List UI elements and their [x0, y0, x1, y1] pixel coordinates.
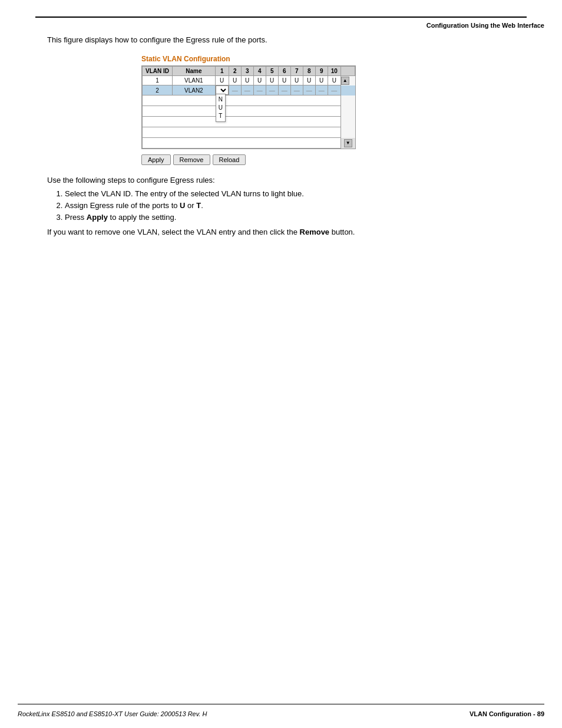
empty-row [143, 106, 355, 117]
col-header-port2: 2 [229, 67, 241, 76]
col-header-port1: 1 [215, 67, 229, 76]
col-header-port8: 8 [303, 67, 315, 76]
reload-button[interactable]: Reload [213, 154, 246, 165]
vlan2-port8: — [303, 85, 315, 95]
figure-title: Static VLAN Configuration [141, 55, 544, 63]
vlan1-port6: U [278, 76, 290, 85]
footer: RocketLinx ES8510 and ES8510-XT User Gui… [18, 710, 544, 717]
vlan2-port6: — [278, 85, 290, 95]
vlan1-port8: U [303, 76, 315, 85]
step2-text: Assign Egress rule of the ports to [65, 201, 180, 210]
vlan2-port9: — [315, 85, 328, 95]
col-header-vlanid: VLAN ID [143, 67, 173, 76]
steps-section: Use the following steps to configure Egr… [47, 176, 544, 236]
col-header-port9: 9 [315, 67, 328, 76]
vlan-table: VLAN ID Name 1 2 3 4 5 6 7 8 9 10 [142, 66, 355, 149]
top-rule [35, 17, 527, 18]
vlan2-scroll-cell [340, 85, 355, 95]
vlan1-name: VLAN1 [173, 76, 216, 85]
scroll-header [340, 67, 355, 76]
scroll-down-button[interactable]: ▼ [344, 139, 352, 147]
vlan1-id: 1 [143, 76, 173, 85]
vlan1-port2: U [229, 76, 241, 85]
dropdown-option-u[interactable]: U [219, 104, 223, 112]
vlan1-port9: U [315, 76, 328, 85]
dropdown-option-n[interactable]: N [219, 95, 223, 104]
step3: Press Apply to apply the setting. [65, 213, 544, 222]
step3-press: Press [65, 213, 87, 222]
step3-end: to apply the setting. [108, 213, 176, 222]
vlan1-port7: U [290, 76, 303, 85]
vlan2-name: VLAN2 [173, 85, 216, 95]
step3-apply: Apply [87, 213, 108, 222]
footer-left: RocketLinx ES8510 and ES8510-XT User Gui… [18, 710, 207, 717]
vlan1-port10: U [328, 76, 340, 85]
scroll-up-button[interactable]: ▲ [341, 77, 349, 85]
note-prefix: If you want to remove one VLAN, select t… [47, 228, 300, 236]
step2: Assign Egress rule of the ports to U or … [65, 201, 544, 210]
col-header-port4: 4 [253, 67, 266, 76]
intro-text: This figure displays how to configure th… [47, 35, 544, 44]
vlan2-port2: — [229, 85, 241, 95]
note-text: If you want to remove one VLAN, select t… [47, 228, 544, 236]
col-header-port6: 6 [278, 67, 290, 76]
footer-right: VLAN Configuration - 89 [470, 710, 544, 717]
footer-rule [18, 704, 544, 704]
vlan2-port10: — [328, 85, 340, 95]
vlan2-port3: — [241, 85, 253, 95]
vlan1-port1: U [215, 76, 229, 85]
vlan1-scroll-cell: ▲ [340, 76, 355, 85]
dropdown-option-t[interactable]: T [219, 112, 223, 120]
content: This figure displays how to configure th… [47, 35, 544, 236]
col-header-port3: 3 [241, 67, 253, 76]
col-header-port7: 7 [290, 67, 303, 76]
step2-or: or [186, 201, 197, 210]
col-header-port10: 10 [328, 67, 340, 76]
vlan-table-wrapper: VLAN ID Name 1 2 3 4 5 6 7 8 9 10 [141, 65, 356, 149]
dropdown-overlay[interactable]: N U T [216, 94, 226, 122]
empty-row [143, 95, 355, 106]
header-title: Configuration Using the Web Interface [427, 22, 544, 29]
vlan2-id: 2 [143, 85, 173, 95]
remove-button[interactable]: Remove [173, 154, 210, 165]
empty-row [143, 127, 355, 138]
vlan1-port5: U [266, 76, 278, 85]
vlan2-port1-dropdown[interactable]: — U T N U T [215, 85, 229, 95]
figure-container: Static VLAN Configuration VLAN ID Name 1… [141, 55, 544, 165]
vlan2-port4: — [253, 85, 266, 95]
vlan2-port7: — [290, 85, 303, 95]
step2-u: U [180, 201, 185, 210]
step1: Select the VLAN ID. The entry of the sel… [65, 189, 544, 198]
note-remove: Remove [300, 228, 330, 236]
vlan1-port4: U [253, 76, 266, 85]
empty-row: ▼ [143, 138, 355, 149]
button-row: Apply Remove Reload [141, 154, 544, 165]
empty-row [143, 117, 355, 127]
table-row-selected[interactable]: 2 VLAN2 — U T [143, 85, 355, 95]
col-header-port5: 5 [266, 67, 278, 76]
steps-intro: Use the following steps to configure Egr… [47, 176, 544, 185]
apply-button[interactable]: Apply [141, 154, 171, 165]
col-header-name: Name [173, 67, 216, 76]
table-row[interactable]: 1 VLAN1 U U U U U U U U U U [143, 76, 355, 85]
vlan1-port3: U [241, 76, 253, 85]
vlan2-port5: — [266, 85, 278, 95]
step2-end: . [201, 201, 203, 210]
steps-list: Select the VLAN ID. The entry of the sel… [65, 189, 544, 222]
note-suffix: button. [329, 228, 355, 236]
